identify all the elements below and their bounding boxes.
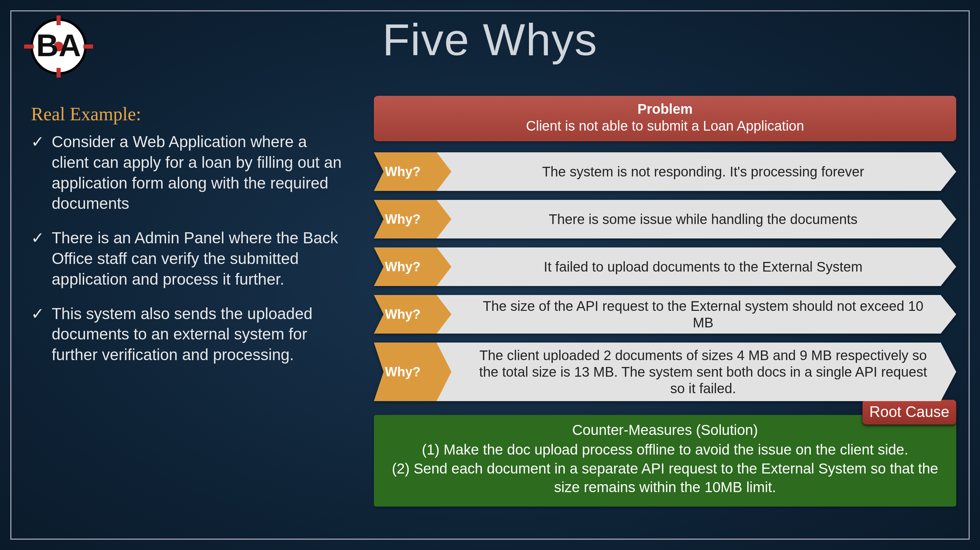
why-badge-text: Why?	[385, 259, 420, 274]
solution-title: Counter-Measures (Solution)	[383, 422, 947, 438]
why-row-3: Why? It failed to upload documents to th…	[374, 248, 956, 286]
svg-rect-4	[83, 45, 93, 49]
why-answer: It failed to upload documents to the Ext…	[424, 248, 956, 286]
why-answer: The size of the API request to the Exter…	[424, 295, 956, 334]
why-badge-text: Why?	[385, 164, 420, 179]
bullet-item: Consider a Web Application where a clien…	[31, 132, 348, 214]
why-answer: The system is not responding. It's proce…	[424, 152, 956, 191]
problem-label: Problem	[384, 101, 946, 117]
why-badge: Why?	[374, 248, 452, 286]
solution-box: Counter-Measures (Solution) (1) Make the…	[374, 415, 956, 507]
answer-text: The client uploaded 2 documents of sizes…	[472, 347, 934, 397]
ba-logo: BA	[24, 16, 93, 78]
why-badge-text: Why?	[385, 212, 420, 227]
why-answer: The client uploaded 2 documents of sizes…	[424, 343, 956, 401]
problem-text: Client is not able to submit a Loan Appl…	[384, 118, 946, 134]
bullet-item: This system also sends the uploaded docu…	[31, 304, 348, 365]
solution-line-2: (2) Send each document in a separate API…	[383, 459, 947, 497]
why-row-5: Why? The client uploaded 2 documents of …	[374, 343, 956, 401]
root-cause-badge: Root Cause	[862, 400, 956, 424]
why-row-2: Why? There is some issue while handling …	[374, 200, 956, 238]
svg-rect-3	[24, 45, 34, 49]
answer-text: The size of the API request to the Exter…	[472, 298, 934, 331]
why-badge: Why?	[374, 200, 452, 238]
svg-rect-1	[57, 16, 60, 25]
why-badge: Why?	[374, 295, 452, 334]
solution-line-1: (1) Make the doc upload process offline …	[383, 440, 947, 459]
answer-text: The system is not responding. It's proce…	[472, 163, 934, 180]
why-row-1: Why? The system is not responding. It's …	[374, 152, 956, 191]
example-bullet-list: Consider a Web Application where a clien…	[31, 132, 348, 365]
example-subtitle: Real Example:	[31, 103, 348, 125]
why-badge-text: Why?	[385, 365, 420, 380]
bullet-item: There is an Admin Panel where the Back O…	[31, 228, 348, 289]
why-answer: There is some issue while handling the d…	[424, 200, 956, 238]
five-whys-column: Problem Client is not able to submit a L…	[374, 96, 956, 507]
slide-title: Five Whys	[382, 14, 598, 65]
answer-text: It failed to upload documents to the Ext…	[472, 259, 934, 275]
svg-rect-2	[57, 68, 60, 78]
why-badge-text: Why?	[385, 307, 420, 322]
example-column: Real Example: Consider a Web Application…	[31, 103, 348, 379]
why-row-4: Why? The size of the API request to the …	[374, 295, 956, 334]
problem-box: Problem Client is not able to submit a L…	[374, 96, 956, 141]
logo-text: BA	[36, 28, 81, 63]
why-badge: Why?	[374, 152, 452, 191]
why-badge: Why?	[374, 343, 452, 401]
answer-text: There is some issue while handling the d…	[472, 211, 934, 227]
